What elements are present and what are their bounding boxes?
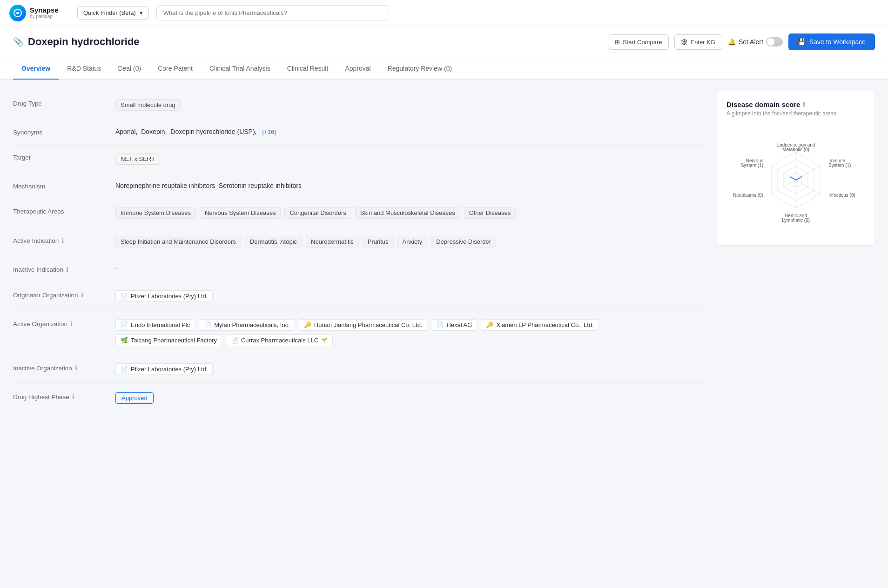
tab-regulatory-review[interactable]: Regulatory Review (0) bbox=[379, 58, 461, 80]
ind-dermatitis: Dermatitis, Atopic bbox=[245, 236, 302, 247]
synonyms-more[interactable]: [+16] bbox=[262, 128, 276, 135]
org-pfizer-inactive[interactable]: 📄 Pfizer Laboratories (Pty) Ltd. bbox=[115, 363, 213, 375]
synonyms-value: Aponal, Doxepin, Doxepin hydrochloride (… bbox=[115, 128, 706, 135]
score-info-icon[interactable]: ℹ bbox=[803, 101, 805, 108]
active-org-value: 📄 Endo International Plc 📄 Mylan Pharmac… bbox=[115, 319, 706, 346]
tab-deal[interactable]: Deal (0) bbox=[109, 58, 149, 80]
chevron-down-icon: ▾ bbox=[140, 9, 143, 16]
active-indication-row: Active Indication ℹ Sleep Initiation and… bbox=[13, 227, 706, 256]
logo: Synapse by patsnap bbox=[9, 5, 70, 21]
synonyms-label: Synonyms bbox=[13, 128, 106, 136]
inactive-indication-dash: - bbox=[115, 265, 118, 272]
drug-title-left: 📎 Doxepin hydrochloride bbox=[13, 36, 140, 48]
radar-chart: Endocrinology and Metabolic (0) Immune S… bbox=[727, 124, 865, 236]
quick-finder-button[interactable]: Quick Finder (Beta) ▾ bbox=[77, 6, 149, 20]
set-alert-wrap: 🔔 Set Alert bbox=[728, 37, 783, 47]
enter-kg-button[interactable]: 🕸 Enter KG bbox=[674, 34, 722, 50]
org-mylan-name: Mylan Pharmaceuticals, Inc. bbox=[214, 321, 290, 328]
therapeutic-areas-label: Therapeutic Areas bbox=[13, 207, 106, 215]
org-hunan[interactable]: 🔑 Hunan Jianlang Pharmaceutical Co. Ltd. bbox=[299, 319, 428, 331]
drug-phase-label: Drug Highest Phase ℹ bbox=[13, 392, 106, 401]
ind-depressive: Depressive Disorder bbox=[431, 236, 496, 247]
org-xiamen[interactable]: 🔑 Xiamen LP Pharmaceutical Co., Ltd. bbox=[481, 319, 599, 331]
drug-phase-info-icon[interactable]: ℹ bbox=[72, 393, 74, 401]
originator-org-value: 📄 Pfizer Laboratories (Pty) Ltd. bbox=[115, 290, 706, 302]
therapeutic-areas-row: Therapeutic Areas Immune System Diseases… bbox=[13, 199, 706, 227]
svg-text:Metabolic (0): Metabolic (0) bbox=[782, 147, 809, 152]
drug-type-label: Drug Type bbox=[13, 99, 106, 107]
score-title-text: Disease domain score bbox=[727, 100, 800, 108]
originator-org-info-icon[interactable]: ℹ bbox=[81, 291, 83, 299]
org-currax-name: Currax Pharmaceuticals LLC bbox=[241, 337, 318, 344]
inactive-org-label: Inactive Organization ℹ bbox=[13, 363, 106, 372]
tab-clinical-result[interactable]: Clinical Result bbox=[279, 58, 337, 80]
tab-clinical-trial[interactable]: Clinical Trial Analysis bbox=[201, 58, 279, 80]
drug-icon: 📎 bbox=[13, 37, 23, 47]
save-workspace-button[interactable]: 💾 Save to Workspace bbox=[788, 33, 875, 50]
svg-text:Lymphatic (0): Lymphatic (0) bbox=[782, 218, 810, 223]
svg-text:Infectious (0): Infectious (0) bbox=[828, 193, 855, 198]
org-endo-name: Endo International Plc bbox=[131, 321, 190, 328]
drug-type-row: Drug Type Small molecule drug bbox=[13, 91, 706, 120]
active-org-label: Active Organization ℹ bbox=[13, 319, 106, 327]
svg-text:Neoplasms (0): Neoplasms (0) bbox=[733, 193, 763, 198]
disease-domain-card: Disease domain score ℹ A glimpse into th… bbox=[717, 91, 875, 246]
org-pfizer-inactive-name: Pfizer Laboratories (Pty) Ltd. bbox=[131, 366, 208, 373]
ta-skin: Skin and Musculoskeletal Diseases bbox=[355, 207, 460, 219]
mechanism-text: Norepinephrine reuptake inhibitors Serot… bbox=[115, 182, 302, 189]
inactive-indication-info-icon[interactable]: ℹ bbox=[66, 266, 68, 273]
logo-icon bbox=[9, 5, 26, 21]
drug-phase-row: Drug Highest Phase ℹ Approved bbox=[13, 384, 706, 413]
org-currax-badge: 🌱 bbox=[321, 337, 328, 343]
alert-toggle[interactable] bbox=[766, 37, 783, 47]
active-indication-info-icon[interactable]: ℹ bbox=[61, 237, 64, 244]
active-org-row: Active Organization ℹ 📄 Endo Internation… bbox=[13, 311, 706, 355]
org-currax[interactable]: 📄 Currax Pharmaceuticals LLC 🌱 bbox=[226, 334, 333, 346]
mechanism-row: Mechanism Norepinephrine reuptake inhibi… bbox=[13, 174, 706, 199]
target-label: Target bbox=[13, 153, 106, 161]
radar-svg: Endocrinology and Metabolic (0) Immune S… bbox=[731, 124, 861, 236]
score-subtitle: A glimpse into the focused therapeutic a… bbox=[727, 110, 865, 117]
inactive-org-row: Inactive Organization ℹ 📄 Pfizer Laborat… bbox=[13, 355, 706, 384]
ta-congenital: Congenital Disorders bbox=[284, 207, 351, 219]
tab-rd-status[interactable]: R&D Status bbox=[59, 58, 109, 80]
org-hexal[interactable]: 📄 Hexal AG bbox=[431, 319, 477, 331]
org-taicang-name: Taicang Pharmaceutical Factory bbox=[131, 337, 217, 344]
org-mylan[interactable]: 📄 Mylan Pharmaceuticals, Inc. bbox=[199, 319, 295, 331]
target-value: NET x SERT bbox=[115, 153, 706, 165]
logo-text: Synapse by patsnap bbox=[30, 7, 59, 20]
save-workspace-label: Save to Workspace bbox=[809, 38, 866, 46]
quick-finder-label: Quick Finder (Beta) bbox=[83, 9, 136, 16]
ta-immune: Immune System Diseases bbox=[115, 207, 196, 219]
approved-badge: Approved bbox=[115, 392, 154, 404]
inactive-indication-row: Inactive Indication ℹ - bbox=[13, 256, 706, 282]
mechanism-value: Norepinephrine reuptake inhibitors Serot… bbox=[115, 182, 706, 189]
start-compare-label: Start Compare bbox=[623, 39, 662, 46]
org-hexal-name: Hexal AG bbox=[446, 321, 472, 328]
org-xiamen-name: Xiamen LP Pharmaceutical Co., Ltd. bbox=[496, 321, 593, 328]
active-indication-label: Active Indication ℹ bbox=[13, 236, 106, 244]
active-org-info-icon[interactable]: ℹ bbox=[70, 320, 73, 327]
org-taicang[interactable]: 🌿 Taicang Pharmaceutical Factory bbox=[115, 334, 222, 346]
org-pfizer[interactable]: 📄 Pfizer Laboratories (Pty) Ltd. bbox=[115, 290, 213, 302]
main-content: Drug Type Small molecule drug Synonyms A… bbox=[0, 80, 888, 424]
inactive-org-info-icon[interactable]: ℹ bbox=[75, 364, 77, 372]
org-endo[interactable]: 📄 Endo International Plc bbox=[115, 319, 195, 331]
logo-sub: by patsnap bbox=[30, 14, 59, 19]
navbar: Synapse by patsnap Quick Finder (Beta) ▾ bbox=[0, 0, 888, 26]
logo-name: Synapse bbox=[30, 7, 59, 14]
set-alert-label: Set Alert bbox=[739, 38, 763, 46]
tab-overview[interactable]: Overview bbox=[13, 58, 59, 80]
active-indication-value: Sleep Initiation and Maintenance Disorde… bbox=[115, 236, 706, 247]
sidebar-panel: Disease domain score ℹ A glimpse into th… bbox=[717, 91, 875, 413]
target-row: Target NET x SERT bbox=[13, 145, 706, 174]
tab-core-patent[interactable]: Core Patent bbox=[149, 58, 201, 80]
org-pfizer-icon: 📄 bbox=[121, 293, 128, 300]
start-compare-button[interactable]: ⊞ Start Compare bbox=[608, 34, 669, 50]
drug-title-actions: ⊞ Start Compare 🕸 Enter KG 🔔 Set Alert 💾… bbox=[608, 33, 875, 50]
enter-kg-label: Enter KG bbox=[690, 39, 715, 46]
originator-org-label: Originator Organization ℹ bbox=[13, 290, 106, 299]
search-input[interactable] bbox=[156, 5, 389, 20]
ind-sleep: Sleep Initiation and Maintenance Disorde… bbox=[115, 236, 241, 247]
tab-approval[interactable]: Approval bbox=[336, 58, 379, 80]
